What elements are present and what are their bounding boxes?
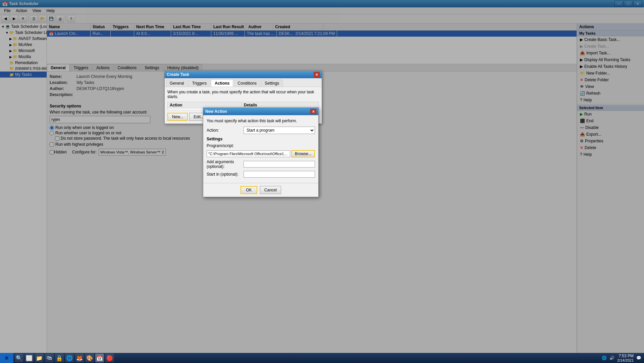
taskbar-store[interactable]: 🛍	[45, 354, 54, 362]
taskbar-icons: 🔍 ⬜ 📁 🛍 🔒 🌐 🦊 🎨 📅 🔴	[13, 354, 115, 362]
create-task-tab-conditions[interactable]: Conditions	[234, 80, 260, 87]
taskbar-scheduler-active[interactable]: 📅	[95, 354, 104, 362]
create-task-tabs: General Triggers Actions Conditions Sett…	[165, 78, 322, 87]
tray-volume-icon[interactable]: 🔊	[609, 356, 614, 360]
new-action-button[interactable]: New...	[167, 113, 188, 121]
create-task-close[interactable]: ✕	[314, 72, 320, 77]
start-in-input[interactable]	[244, 171, 315, 178]
taskbar-security[interactable]: 🔒	[55, 354, 64, 362]
settings-section-label: Settings	[207, 137, 315, 141]
taskbar-red-app[interactable]: 🔴	[105, 354, 114, 362]
new-action-title-bar: New Action ✕	[203, 108, 318, 115]
start-button[interactable]: ⊞	[0, 353, 13, 363]
overlay	[0, 0, 644, 353]
create-task-tab-general[interactable]: General	[166, 80, 188, 87]
taskbar-search[interactable]: 🔍	[15, 354, 23, 362]
taskbar-tray: 🌐 🔊 7:53 PM 2/14/2021 💬	[599, 354, 644, 362]
action-select[interactable]: Start a program Send an e-mail (deprecat…	[244, 127, 315, 134]
new-action-dialog: New Action ✕ You must specify what actio…	[203, 107, 319, 197]
taskbar-edge[interactable]: 🌐	[65, 354, 74, 362]
browse-button[interactable]: Browse...	[291, 150, 315, 157]
cancel-button[interactable]: Cancel	[260, 186, 281, 194]
taskbar-explorer[interactable]: 📁	[35, 354, 44, 362]
taskbar-time[interactable]: 7:53 PM	[619, 354, 634, 358]
taskbar-firefox[interactable]: 🦊	[75, 354, 84, 362]
taskbar-taskview[interactable]: ⬜	[25, 354, 34, 362]
tray-notification-icon[interactable]: 💬	[636, 356, 641, 360]
create-task-title: Create Task	[167, 72, 189, 77]
start-in-label: Start in (optional):	[207, 172, 244, 177]
ok-button[interactable]: OK	[240, 186, 257, 194]
program-label: Program/script:	[207, 143, 244, 148]
new-action-description: You must specify what action this task w…	[207, 119, 315, 123]
taskbar-date[interactable]: 2/14/2021	[617, 358, 634, 362]
program-input[interactable]	[207, 150, 290, 157]
create-task-tab-settings[interactable]: Settings	[261, 80, 283, 87]
new-action-footer: OK Cancel	[203, 183, 318, 197]
arguments-label: Add arguments (optional):	[207, 160, 244, 169]
action-label: Action:	[207, 128, 244, 133]
taskbar: ⊞ 🔍 ⬜ 📁 🛍 🔒 🌐 🦊 🎨 📅 🔴 🌐 🔊 7:53 PM 2/14/2…	[0, 353, 644, 363]
create-task-description: When you create a task, you must specify…	[167, 90, 319, 99]
taskbar-paint[interactable]: 🎨	[85, 354, 94, 362]
create-task-title-bar: Create Task ✕	[165, 71, 322, 78]
arguments-input[interactable]	[244, 161, 315, 168]
create-task-tab-actions[interactable]: Actions	[211, 80, 233, 87]
tray-network-icon[interactable]: 🌐	[602, 356, 607, 360]
new-action-title: New Action	[205, 109, 227, 114]
new-action-close[interactable]: ✕	[310, 109, 316, 114]
create-task-tab-triggers[interactable]: Triggers	[189, 80, 211, 87]
